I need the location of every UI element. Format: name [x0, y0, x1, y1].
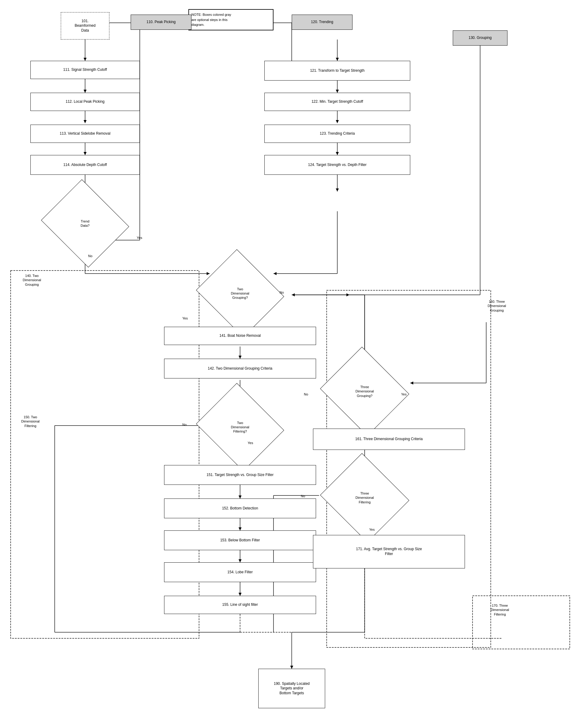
box-113-label: 113. Vertical Sidelobe Removal [60, 131, 111, 136]
label-160: 160. ThreeDimensionalGrouping [472, 299, 521, 312]
box-152: 152. Bottom Detection [164, 499, 316, 518]
svg-marker-53 [238, 527, 241, 531]
svg-marker-18 [336, 120, 339, 123]
svg-marker-20 [336, 152, 339, 155]
box-142-label: 142. Two Dimensional Grouping Criteria [208, 366, 273, 371]
svg-marker-22 [336, 188, 339, 191]
box-124: 124. Target Strength vs. Depth Filter [265, 155, 410, 175]
svg-marker-45 [238, 356, 241, 359]
diamond-3dgroup-label: ThreeDimensionalGrouping? [356, 385, 374, 398]
box-171-label: 171. Avg. Target Strength vs. Group Size… [356, 547, 422, 556]
box-122: 122. Min. Target Strength Cutoff [265, 93, 410, 111]
box-124-label: 124. Target Strength vs. Depth Filter [308, 163, 367, 167]
box-161-label: 161. Three Dimensional Grouping Criteria [355, 437, 423, 442]
diamond-3dfilt-label: ThreeDimensionalFiltering [356, 491, 374, 504]
box-122-label: 122. Min. Target Strength Cutoff [312, 99, 363, 104]
2dgroup-no-label: No [279, 290, 284, 294]
svg-marker-83 [290, 666, 293, 669]
svg-marker-57 [238, 593, 241, 596]
3dgroup-no-label: No [304, 392, 308, 396]
svg-marker-6 [84, 120, 87, 123]
label-140-text: 140. TwoDimensionalGrouping [23, 274, 41, 286]
diamond-2dgroup-label: TwoDimensionalGrouping? [231, 287, 250, 300]
box-161: 161. Three Dimensional Grouping Criteria [313, 429, 465, 450]
box-141-label: 141. Boat Noise Removal [219, 333, 261, 338]
svg-marker-55 [238, 559, 241, 562]
box-111: 111. Signal Strength Cutoff [30, 61, 140, 79]
diamond-trend-label: TrendData? [81, 219, 89, 228]
box-123-label: 123. Trending Criteria [320, 131, 355, 136]
box-120-label: 120. Trending [311, 20, 333, 25]
2dfilt-yes-label: Yes [248, 441, 253, 445]
svg-marker-4 [84, 90, 87, 93]
box-120: 120. Trending [292, 15, 353, 30]
box-112: 112. Local Peak Picking [30, 93, 140, 111]
box-141: 141. Boat Noise Removal [164, 327, 316, 345]
box-142: 142. Two Dimensional Grouping Criteria [164, 359, 316, 378]
box-110-label: 110. Peak Picking [146, 20, 176, 25]
box-114-label: 114. Absolute Depth Cutoff [63, 163, 107, 167]
3dfilt-no-label: No [301, 494, 305, 498]
svg-marker-51 [238, 496, 241, 499]
box-153: 153. Below Bottom Filter [164, 531, 316, 550]
3dgroup-yes-label: Yes [401, 392, 406, 396]
box-101: 101.BeamformedData [61, 12, 109, 40]
label-140: 140. TwoDimensionalGrouping [12, 274, 52, 287]
box-114: 114. Absolute Depth Cutoff [30, 155, 140, 175]
diamond-3d-filtering: ThreeDimensionalFiltering [331, 468, 398, 527]
box-123: 123. Trending Criteria [265, 125, 410, 143]
label-150-text: 150. TwoDimensionalFiltering [21, 415, 40, 428]
label-150: 150. TwoDimensionalFiltering [12, 415, 49, 428]
box-171: 171. Avg. Target Strength vs. Group Size… [313, 535, 465, 568]
box-112-label: 112. Local Peak Picking [66, 99, 105, 104]
svg-marker-36 [292, 293, 295, 296]
svg-marker-14 [336, 58, 339, 61]
box-110: 110. Peak Picking [131, 15, 191, 30]
label-170: 170. ThreeDimensionalFiltering [477, 603, 523, 617]
diamond-trend-data: TrendData? [52, 194, 119, 252]
box-101-label: 101.BeamformedData [75, 19, 96, 33]
diamond-3d-grouping: ThreeDimensionalGrouping? [331, 362, 398, 421]
label-160-text: 160. ThreeDimensionalGrouping [488, 300, 506, 312]
box-190: 190. Spatially LocatedTargets and/orBott… [258, 669, 325, 708]
box-121-label: 121. Transform to Target Strength [310, 68, 364, 73]
box-151: 151. Target Strength vs. Group Size Filt… [164, 465, 316, 485]
box-154-label: 154. Lobe Filter [227, 570, 253, 575]
svg-marker-33 [273, 272, 276, 275]
3dfilt-yes-label: Yes [369, 527, 375, 532]
note-text: NOTE: Boxes colored grayare optional ste… [191, 13, 231, 26]
box-130-label: 130. Grouping [468, 36, 492, 40]
svg-marker-1 [84, 58, 87, 61]
box-130: 130. Grouping [453, 30, 507, 46]
svg-rect-84 [10, 271, 199, 638]
diamond-2d-filtering: TwoDimensionalFiltering? [207, 398, 273, 456]
svg-marker-78 [410, 381, 413, 384]
label-170-text: 170. ThreeDimensionalFiltering [491, 604, 509, 616]
box-152-label: 152. Bottom Detection [222, 506, 258, 511]
box-121: 121. Transform to Target Strength [265, 61, 410, 81]
flowchart-diagram: NOTE: Boxes colored grayare optional ste… [0, 0, 588, 728]
trend-yes-label: Yes [137, 235, 142, 240]
box-190-label: 190. Spatially LocatedTargets and/orBott… [274, 682, 310, 696]
2dgroup-yes-label: Yes [182, 316, 188, 320]
svg-marker-16 [336, 90, 339, 93]
box-111-label: 111. Signal Strength Cutoff [63, 67, 107, 72]
2dfilt-no-label: No [182, 422, 187, 427]
box-113: 113. Vertical Sidelobe Removal [30, 125, 140, 143]
svg-marker-43 [346, 293, 350, 296]
svg-marker-8 [84, 152, 87, 155]
box-155: 155. Line of sight filter [164, 596, 316, 614]
box-155-label: 155. Line of sight filter [222, 602, 258, 607]
trend-no-label: No [88, 254, 92, 258]
box-154: 154. Lobe Filter [164, 562, 316, 582]
diamond-2dfilt-label: TwoDimensionalFiltering? [231, 421, 250, 434]
note-box: NOTE: Boxes colored grayare optional ste… [188, 9, 273, 30]
box-153-label: 153. Below Bottom Filter [220, 538, 260, 543]
diamond-2d-grouping: TwoDimensionalGrouping? [207, 265, 273, 322]
box-151-label: 151. Target Strength vs. Group Size Filt… [207, 473, 274, 478]
